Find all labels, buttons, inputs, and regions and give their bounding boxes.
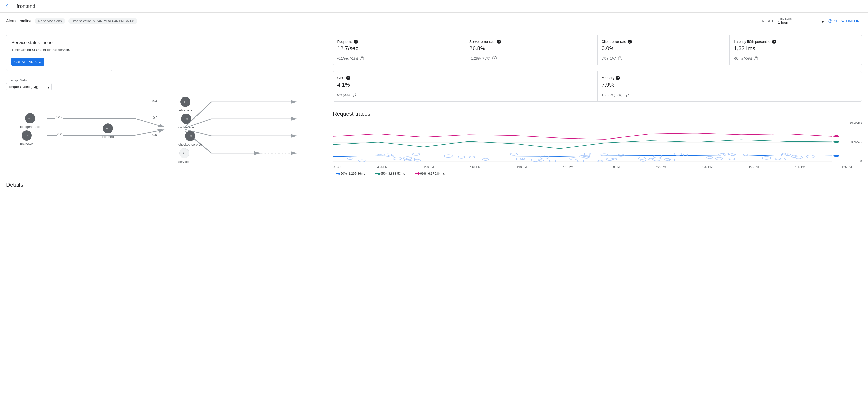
metrics-row-2: CPU? 4.1% 0% (0%)? Memory? 7.9% +0.17% (… xyxy=(333,71,862,101)
reset-button[interactable]: RESET xyxy=(762,19,774,23)
svg-point-18 xyxy=(618,154,624,156)
node-unknown[interactable]: ⁘⁙ unknown xyxy=(20,130,33,146)
time-selection-chip: Time selection is 3:46 PM to 4:46 PM GMT… xyxy=(68,18,137,24)
topology-metric-select[interactable]: Requests/sec (avg) ▾ xyxy=(6,83,52,90)
metric-latency-p50: Latency 50th percentile? 1,321ms -68ms (… xyxy=(730,35,862,65)
svg-point-27 xyxy=(601,154,608,156)
metrics-row-1: Requests? 12.7/sec -0.1/sec (-1%)? Serve… xyxy=(333,35,862,65)
svg-point-11 xyxy=(483,158,489,160)
timespan-value: 1 hour xyxy=(778,20,824,24)
help-icon[interactable]: ? xyxy=(618,56,622,60)
help-icon[interactable]: ? xyxy=(346,76,350,80)
service-icon: ⁘⁙ xyxy=(188,135,192,138)
service-icon: ⁘⁙ xyxy=(183,100,187,103)
y-axis-label: 10,000ms xyxy=(850,121,862,124)
chevron-down-icon: ▾ xyxy=(822,20,824,24)
help-icon[interactable]: ? xyxy=(360,56,364,60)
node-frontend[interactable]: ⁘⁙ frontend xyxy=(102,123,114,139)
status-card: Service status: none There are no SLOs s… xyxy=(6,35,113,71)
legend-p50[interactable]: 50%: 1,295.36ms xyxy=(336,172,365,176)
svg-point-62 xyxy=(653,158,661,160)
request-traces-title: Request traces xyxy=(333,111,862,117)
svg-point-56 xyxy=(347,157,353,159)
edge-label: 0.5 xyxy=(152,133,158,137)
topology-metric-label: Topology Metric xyxy=(6,79,323,82)
svg-point-5 xyxy=(833,141,839,143)
svg-point-54 xyxy=(730,154,735,155)
svg-point-65 xyxy=(806,155,814,158)
svg-point-23 xyxy=(458,156,465,158)
help-icon[interactable]: ? xyxy=(754,56,758,60)
status-title: Service status: none xyxy=(11,40,107,45)
svg-point-19 xyxy=(707,156,713,158)
chart-legend: 50%: 1,295.36ms 95%: 3,888.53ms 99%: 6,1… xyxy=(333,172,862,176)
metric-client-error: Client error rate? 0.0% 0% (+1%)? xyxy=(597,35,730,65)
help-icon[interactable]: ? xyxy=(497,39,501,43)
show-timeline-button[interactable]: SHOW TIMELINE xyxy=(828,19,862,23)
svg-point-55 xyxy=(414,159,420,161)
svg-point-31 xyxy=(612,158,617,160)
traces-chart[interactable]: 10,000ms 5,000ms 0 UTC-83:55 PM4:00 PM4:… xyxy=(333,121,862,172)
topology-metric-value: Requests/sec (avg) xyxy=(9,85,38,89)
x-axis: UTC-83:55 PM4:00 PM4:05 PM4:10 PM4:15 PM… xyxy=(333,165,862,169)
edge-label: 10.6 xyxy=(150,116,158,120)
alerts-title: Alerts timeline xyxy=(6,19,31,23)
help-icon[interactable]: ? xyxy=(354,39,358,43)
help-icon[interactable]: ? xyxy=(352,93,356,97)
service-icon: ⁘⁙ xyxy=(28,117,32,120)
timespan-select[interactable]: Time Span 1 hour ▾ xyxy=(778,17,824,25)
svg-point-60 xyxy=(570,157,577,159)
edge-label: 5.3 xyxy=(152,99,158,102)
show-timeline-label: SHOW TIMELINE xyxy=(834,19,862,23)
create-slo-button[interactable]: CREATE AN SLO xyxy=(11,58,44,66)
back-arrow-icon[interactable] xyxy=(5,3,11,9)
svg-point-33 xyxy=(729,158,735,160)
svg-point-29 xyxy=(653,155,662,158)
node-adservice[interactable]: ⁘⁙ adservice xyxy=(178,97,192,112)
topology-diagram: ⁘⁙ loadgenerator ⁘⁙ unknown ⁘⁙ frontend … xyxy=(6,95,323,172)
service-icon: ⁘⁙ xyxy=(25,134,29,137)
legend-p95[interactable]: 95%: 3,888.53ms xyxy=(375,172,405,176)
node-more-services[interactable]: +5 services xyxy=(178,148,190,163)
svg-point-4 xyxy=(833,155,839,157)
help-icon[interactable]: ? xyxy=(772,39,776,43)
no-alerts-chip: No service alerts xyxy=(35,18,65,24)
svg-point-22 xyxy=(641,160,645,161)
y-axis-label: 5,000ms xyxy=(851,141,862,144)
svg-point-48 xyxy=(763,156,771,159)
svg-point-39 xyxy=(795,156,802,159)
chevron-down-icon: ▾ xyxy=(48,85,50,89)
svg-point-6 xyxy=(833,135,839,138)
svg-point-24 xyxy=(469,156,475,158)
svg-point-49 xyxy=(674,153,682,156)
svg-point-34 xyxy=(715,157,723,160)
page-title: frontend xyxy=(17,3,35,9)
clock-icon xyxy=(828,19,832,23)
service-icon: ⁘⁙ xyxy=(106,127,110,130)
svg-point-66 xyxy=(412,153,420,156)
svg-point-43 xyxy=(516,158,523,160)
help-icon[interactable]: ? xyxy=(616,76,620,80)
edge-label: 0.0 xyxy=(57,132,63,136)
metric-server-error: Server error rate? 26.8% +1.28% (+5%)? xyxy=(465,35,597,65)
help-icon[interactable]: ? xyxy=(625,93,629,97)
node-loadgenerator[interactable]: ⁘⁙ loadgenerator xyxy=(20,113,40,129)
svg-point-35 xyxy=(538,159,544,161)
svg-point-14 xyxy=(638,157,645,159)
edge-label: 12.7 xyxy=(56,115,63,119)
node-cartservice[interactable]: ⁘⁙ cartservice xyxy=(178,114,194,129)
node-checkoutservice[interactable]: ⁘⁙ checkoutservice xyxy=(178,131,202,146)
service-icon: ⁘⁙ xyxy=(184,118,188,120)
svg-point-44 xyxy=(719,153,726,156)
help-icon[interactable]: ? xyxy=(493,56,497,60)
svg-point-63 xyxy=(510,153,517,155)
metric-memory: Memory? 7.9% +0.17% (+2%)? xyxy=(597,71,862,101)
svg-point-10 xyxy=(393,157,401,160)
metric-requests: Requests? 12.7/sec -0.1/sec (-1%)? xyxy=(333,35,465,65)
svg-point-37 xyxy=(584,153,590,155)
status-desc: There are no SLOs set for this service. xyxy=(11,48,107,52)
help-icon[interactable]: ? xyxy=(628,39,632,43)
metric-cpu: CPU? 4.1% 0% (0%)? xyxy=(333,71,597,101)
legend-p99[interactable]: 99%: 6,179.84ms xyxy=(415,172,445,176)
details-title: Details xyxy=(6,182,323,188)
